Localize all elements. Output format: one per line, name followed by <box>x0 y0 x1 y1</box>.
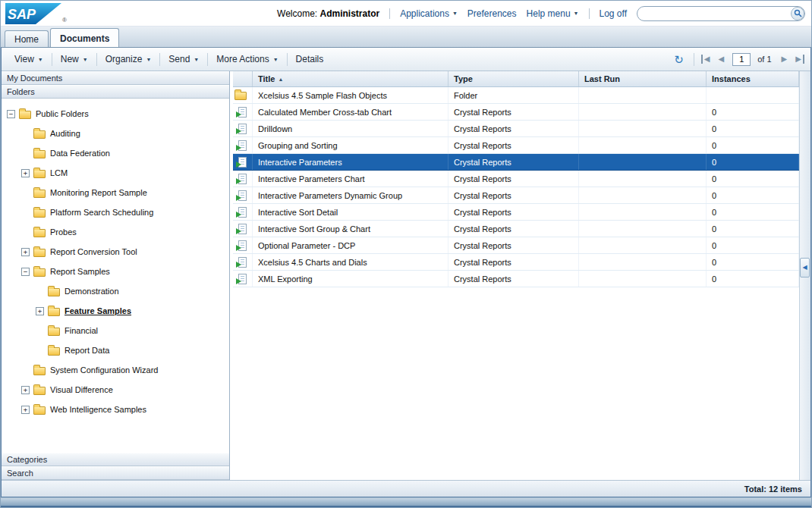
details-button[interactable]: Details <box>289 50 331 68</box>
tree-item-visual-difference[interactable]: +Visual Difference <box>2 380 229 400</box>
table-row[interactable]: Interactive Sort Group & ChartCrystal Re… <box>233 221 799 237</box>
table-row[interactable]: Interactive ParametersCrystal Reports0 <box>233 154 799 171</box>
doc-type: Crystal Reports <box>448 254 579 270</box>
tab-documents[interactable]: Documents <box>50 28 119 47</box>
tree-item-platform-search-scheduling[interactable]: Platform Search Scheduling <box>2 202 229 222</box>
collapse-icon[interactable]: − <box>7 110 15 118</box>
doc-icon-cell <box>233 121 253 136</box>
expander-spacer <box>21 130 30 138</box>
crystal-report-icon <box>238 157 247 168</box>
divider <box>589 8 590 19</box>
doc-type: Crystal Reports <box>448 104 579 120</box>
view-menu-button[interactable]: View ▼ <box>8 50 50 68</box>
search-input[interactable] <box>637 6 805 21</box>
send-menu-button[interactable]: Send ▼ <box>162 50 206 68</box>
tab-home[interactable]: Home <box>5 30 49 47</box>
divider <box>694 53 694 66</box>
expand-icon[interactable]: + <box>21 406 30 414</box>
doc-icon-cell <box>233 87 253 103</box>
table-row[interactable]: Interactive Parameters Dynamic GroupCrys… <box>233 187 799 204</box>
tree-item-monitoring-report-sample[interactable]: Monitoring Report Sample <box>2 183 229 202</box>
prev-page-icon[interactable]: ◀ <box>717 55 726 64</box>
refresh-icon[interactable]: ↻ <box>671 54 687 65</box>
tree-item-public-folders[interactable]: −Public Folders <box>2 104 229 124</box>
section-categories[interactable]: Categories <box>2 453 229 466</box>
expand-icon[interactable]: + <box>21 169 30 177</box>
last-page-icon[interactable]: ▶ <box>794 55 804 64</box>
doc-instances: 0 <box>707 137 799 153</box>
folder-icon <box>48 308 60 316</box>
doc-title: Calculated Member Cross-tab Chart <box>253 104 448 120</box>
tree-item-data-federation[interactable]: Data Federation <box>2 143 229 163</box>
crystal-report-icon <box>238 190 247 201</box>
table-row[interactable]: Grouping and SortingCrystal Reports0 <box>233 137 799 154</box>
tree-item-system-configuration-wizard[interactable]: System Configuration Wizard <box>2 360 229 380</box>
doc-icon-cell <box>233 221 253 237</box>
collapse-panel-button[interactable]: ◀ <box>800 258 810 278</box>
applications-menu[interactable]: Applications ▼ <box>400 8 458 19</box>
first-page-icon[interactable]: ◀ <box>701 55 712 64</box>
tree-item-feature-samples[interactable]: +Feature Samples <box>2 301 229 321</box>
doc-title: Interactive Sort Group & Chart <box>253 221 448 237</box>
doc-last-run <box>579 87 707 103</box>
crystal-report-icon <box>238 240 247 251</box>
column-header-last-run[interactable]: Last Run <box>579 71 707 86</box>
divider <box>207 53 208 66</box>
tree-item-demonstration[interactable]: Demonstration <box>2 281 229 301</box>
search-icon[interactable] <box>791 7 804 20</box>
logoff-link[interactable]: Log off <box>600 8 627 19</box>
doc-icon-cell <box>233 171 253 187</box>
right-scroll-strip: ◀ <box>799 71 810 480</box>
collapse-icon[interactable]: − <box>21 268 30 276</box>
table-row[interactable]: Xcelsius 4.5 Charts and DialsCrystal Rep… <box>233 254 799 271</box>
table-row[interactable]: Interactive Sort DetailCrystal Reports0 <box>233 204 799 221</box>
tree-item-financial[interactable]: Financial <box>2 321 229 340</box>
expand-icon[interactable]: + <box>21 248 30 256</box>
table-row[interactable]: Interactive Parameters ChartCrystal Repo… <box>233 171 799 187</box>
column-header-title[interactable]: Title ▲ <box>253 71 448 86</box>
organize-menu-button[interactable]: Organize ▼ <box>99 50 159 68</box>
column-header-type[interactable]: Type <box>448 71 579 86</box>
arrow-left-icon: ◀ <box>802 264 807 271</box>
page-number-input[interactable] <box>732 53 751 66</box>
doc-type: Crystal Reports <box>448 154 579 170</box>
tab-bar: Home Documents <box>1 27 811 47</box>
table-row[interactable]: Calculated Member Cross-tab ChartCrystal… <box>233 104 799 121</box>
tree-item-lcm[interactable]: +LCM <box>2 163 229 183</box>
doc-instances: 0 <box>707 204 799 220</box>
column-header-instances[interactable]: Instances <box>707 71 799 86</box>
doc-last-run <box>579 137 707 153</box>
doc-instances: 0 <box>707 237 799 253</box>
tree-item-web-intelligence-samples[interactable]: +Web Intelligence Samples <box>2 400 229 419</box>
new-menu-button[interactable]: New ▼ <box>54 50 95 68</box>
search-box <box>637 6 805 21</box>
tree-item-report-conversion-tool[interactable]: +Report Conversion Tool <box>2 242 229 262</box>
table-row[interactable]: DrilldownCrystal Reports0 <box>233 121 799 137</box>
tree-item-label: Report Conversion Tool <box>50 247 137 256</box>
expand-icon[interactable]: + <box>36 307 44 315</box>
doc-last-run <box>579 171 707 187</box>
doc-title: Optional Parameter - DCP <box>253 237 448 253</box>
section-folders[interactable]: Folders <box>2 85 229 99</box>
section-search[interactable]: Search <box>2 466 229 480</box>
doc-type: Crystal Reports <box>448 237 579 253</box>
next-page-icon[interactable]: ▶ <box>780 55 789 64</box>
section-my-documents[interactable]: My Documents <box>2 71 229 85</box>
sap-logo: SAP ® <box>5 3 67 24</box>
doc-last-run <box>579 121 707 136</box>
doc-icon-cell <box>233 254 253 270</box>
tree-item-auditing[interactable]: Auditing <box>2 124 229 143</box>
tree-item-report-data[interactable]: Report Data <box>2 340 229 360</box>
tree-item-probes[interactable]: Probes <box>2 222 229 242</box>
help-menu[interactable]: Help menu ▼ <box>527 8 579 19</box>
expand-icon[interactable]: + <box>21 386 30 394</box>
preferences-link[interactable]: Preferences <box>467 8 517 19</box>
tree-item-label: LCM <box>50 168 68 177</box>
more-actions-menu-button[interactable]: More Actions ▼ <box>209 50 285 68</box>
chevron-down-icon: ▼ <box>273 57 279 62</box>
chevron-down-icon: ▼ <box>574 11 579 16</box>
table-row[interactable]: XML ExportingCrystal Reports0 <box>233 271 799 287</box>
table-row[interactable]: Xcelsius 4.5 Sample Flash ObjectsFolder <box>233 87 799 104</box>
tree-item-report-samples[interactable]: −Report Samples <box>2 262 229 281</box>
table-row[interactable]: Optional Parameter - DCPCrystal Reports0 <box>233 237 799 254</box>
